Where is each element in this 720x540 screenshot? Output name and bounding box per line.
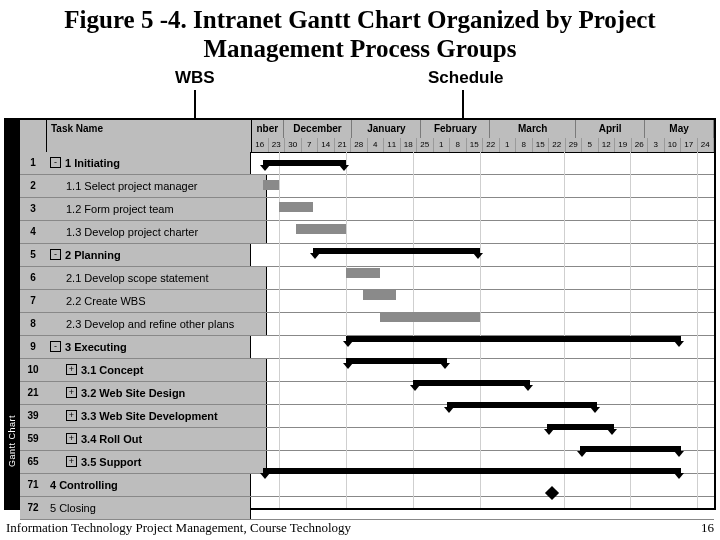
week-col: 29 xyxy=(566,138,583,152)
week-col: 3 xyxy=(648,138,665,152)
week-col: 17 xyxy=(681,138,698,152)
footer: Information Technology Project Managemen… xyxy=(6,520,714,536)
task-id: 1 xyxy=(20,152,47,174)
week-col: 1 xyxy=(434,138,451,152)
collapse-icon[interactable]: - xyxy=(50,249,61,260)
task-id: 59 xyxy=(20,428,47,450)
week-col: 10 xyxy=(665,138,682,152)
week-col: 1 xyxy=(500,138,517,152)
milestone xyxy=(545,485,559,499)
collapse-icon[interactable]: - xyxy=(50,341,61,352)
task-name: -2 Planning xyxy=(46,244,251,266)
week-col: 8 xyxy=(450,138,467,152)
header-months: Task Name nber December January February… xyxy=(20,120,714,139)
summary-bar xyxy=(447,402,597,408)
task-name: 4 Controlling xyxy=(46,474,251,496)
month-col: February xyxy=(421,120,490,138)
footer-left: Information Technology Project Managemen… xyxy=(6,520,351,536)
summary-bar xyxy=(346,358,446,364)
task-name: 1.2 Form project team xyxy=(46,198,267,220)
expand-icon[interactable]: + xyxy=(66,456,77,467)
week-col: 7 xyxy=(302,138,319,152)
grid-area: Task Name nber December January February… xyxy=(20,120,714,508)
summary-bar xyxy=(263,468,681,474)
task-name: -1 Initiating xyxy=(46,152,251,174)
schedule-label: Schedule xyxy=(428,68,504,88)
week-col: 14 xyxy=(318,138,335,152)
week-col: 28 xyxy=(351,138,368,152)
task-bar xyxy=(380,312,480,322)
month-col: January xyxy=(352,120,421,138)
summary-bar xyxy=(580,446,680,452)
task-id: 10 xyxy=(20,359,47,381)
task-id: 7 xyxy=(20,290,47,312)
month-col: March xyxy=(490,120,576,138)
month-col: December xyxy=(284,120,353,138)
task-id: 4 xyxy=(20,221,47,243)
week-col: 22 xyxy=(483,138,500,152)
task-id: 2 xyxy=(20,175,47,197)
task-name: 1.1 Select project manager xyxy=(46,175,267,197)
week-col: 8 xyxy=(516,138,533,152)
summary-bar xyxy=(263,160,347,166)
task-id: 5 xyxy=(20,244,47,266)
col-taskname: Task Name xyxy=(47,120,252,138)
week-col: 15 xyxy=(533,138,550,152)
task-bar xyxy=(363,290,396,300)
task-name: 1.3 Develop project charter xyxy=(46,221,267,243)
figure-title: Figure 5 -4. Intranet Gantt Chart Organi… xyxy=(0,0,720,68)
task-name: +3.1 Concept xyxy=(46,359,267,381)
week-col: 26 xyxy=(632,138,649,152)
task-name: +3.5 Support xyxy=(46,451,267,473)
week-col: 30 xyxy=(285,138,302,152)
task-bar xyxy=(346,268,379,278)
header-weeks: 1623307142128411182518152218152229512192… xyxy=(20,138,714,153)
week-col: 4 xyxy=(368,138,385,152)
task-name: 2.2 Create WBS xyxy=(46,290,267,312)
week-col: 21 xyxy=(335,138,352,152)
task-bar xyxy=(279,202,312,212)
month-col: May xyxy=(645,120,714,138)
week-col: 22 xyxy=(549,138,566,152)
task-name: 5 Closing xyxy=(46,497,251,519)
callout-labels: WBS Schedule xyxy=(0,68,720,118)
task-id: 65 xyxy=(20,451,47,473)
expand-icon[interactable]: + xyxy=(66,433,77,444)
task-id: 72 xyxy=(20,497,47,519)
task-id: 39 xyxy=(20,405,47,427)
expand-icon[interactable]: + xyxy=(66,410,77,421)
gantt-chart: Gantt Chart Task Name nber December Janu… xyxy=(4,118,716,510)
gantt-bars xyxy=(246,152,714,508)
week-col: 15 xyxy=(467,138,484,152)
week-col: 24 xyxy=(698,138,715,152)
sidebar: Gantt Chart xyxy=(6,120,20,508)
expand-icon[interactable]: + xyxy=(66,387,77,398)
week-col: 16 xyxy=(252,138,269,152)
task-name: -3 Executing xyxy=(46,336,251,358)
task-name: 2.3 Develop and refine other plans xyxy=(46,313,267,335)
week-col: 12 xyxy=(599,138,616,152)
task-bar xyxy=(296,224,346,234)
month-col: April xyxy=(576,120,645,138)
expand-icon[interactable]: + xyxy=(66,364,77,375)
week-col: 19 xyxy=(615,138,632,152)
week-col: 18 xyxy=(401,138,418,152)
task-id: 6 xyxy=(20,267,47,289)
collapse-icon[interactable]: - xyxy=(50,157,61,168)
task-bar xyxy=(263,180,280,190)
summary-bar xyxy=(547,424,614,430)
task-id: 3 xyxy=(20,198,47,220)
month-col: nber xyxy=(252,120,284,138)
sidebar-label: Gantt Chart xyxy=(7,415,17,467)
week-col: 11 xyxy=(384,138,401,152)
task-name: 2.1 Develop scope statement xyxy=(46,267,267,289)
task-id: 71 xyxy=(20,474,47,496)
summary-bar xyxy=(313,248,480,254)
task-id: 21 xyxy=(20,382,47,404)
week-col: 5 xyxy=(582,138,599,152)
task-name: +3.3 Web Site Development xyxy=(46,405,267,427)
summary-bar xyxy=(346,336,680,342)
wbs-label: WBS xyxy=(175,68,215,88)
task-id: 9 xyxy=(20,336,47,358)
task-id: 8 xyxy=(20,313,47,335)
